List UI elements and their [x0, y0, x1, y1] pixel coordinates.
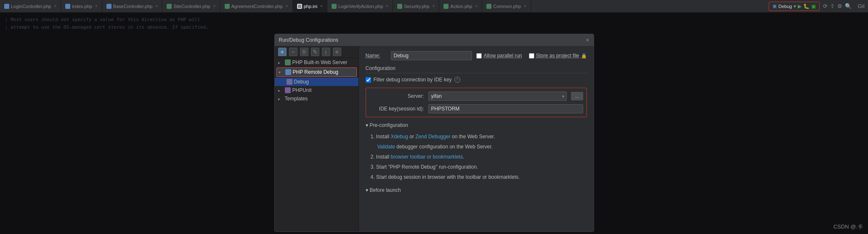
share-icon[interactable]: ⇧ [830, 3, 835, 9]
filter-debug-label[interactable]: Filter debug connection by IDE key ? [366, 77, 460, 83]
store-as-project-icon: 🔒 [581, 53, 587, 59]
debug-icon[interactable]: 🐛 [803, 3, 810, 9]
tree-item-phpunit[interactable]: ▸ PHPUnit [275, 86, 358, 94]
configuration-section-label: Configuration [366, 65, 587, 73]
tab-phpini[interactable]: php.ini × [293, 0, 327, 13]
git-label: Git [857, 3, 865, 9]
tab-action[interactable]: Action.php × [439, 0, 482, 13]
sort-config-button[interactable]: ↕ [322, 48, 330, 56]
copy-config-button[interactable]: ⎘ [300, 48, 308, 56]
debug-run-config[interactable]: ▣ Debug ▾ ▶ 🐛 ▣ [769, 2, 820, 11]
debug-dropdown-icon[interactable]: ▾ [794, 3, 796, 9]
server-ide-section: Server: yifan ▾ ... IDE key(sessio [366, 88, 587, 117]
filter-config-button[interactable]: ≡ [333, 48, 341, 56]
ide-key-row: IDE key(session id): [369, 104, 583, 113]
filter-debug-row: Filter debug connection by IDE key ? [366, 77, 587, 83]
server-extra-button[interactable]: ... [571, 92, 583, 100]
tab-close-phpini[interactable]: × [320, 4, 323, 8]
update-icon[interactable]: ⟳ [823, 3, 828, 9]
pre-config-item-4: 4. Start debug session in browser with t… [371, 172, 587, 182]
tab-basecontroller[interactable]: BaseController.php × [102, 0, 162, 13]
tab-icon-index [65, 4, 70, 9]
modal-overlay: Run/Debug Configurations × + − ⎘ ✎ ↕ ≡ [0, 13, 868, 234]
tree-item-php-builtin[interactable]: ▸ PHP Built-in Web Server [275, 58, 358, 67]
php-remote-icon [285, 69, 291, 75]
tab-loginverify[interactable]: LoginVerifyAction.php × [327, 0, 393, 13]
chevron-phpunit-icon: ▸ [278, 88, 283, 93]
tree-item-templates[interactable]: ▸ Templates [275, 94, 358, 103]
phpunit-icon [285, 87, 291, 93]
validate-link[interactable]: Validate [377, 144, 395, 150]
settings-icon[interactable]: ⚙ [837, 3, 842, 9]
php-builtin-icon [285, 59, 291, 65]
coverage-icon[interactable]: ▣ [811, 3, 816, 9]
browser-toolbar-link[interactable]: browser toolbar or bookmarklets [391, 154, 463, 160]
pre-config-item-2: 2. Install browser toolbar or bookmarkle… [371, 152, 587, 162]
tab-icon-loginverify [332, 4, 337, 9]
debug-config-label: Debug [778, 4, 792, 9]
server-label: Server: [369, 93, 424, 99]
xdebug-link[interactable]: Xdebug [391, 134, 408, 140]
server-select[interactable]: yifan [428, 91, 567, 101]
tab-security[interactable]: Security.php × [393, 0, 439, 13]
ide-key-input[interactable] [428, 104, 583, 113]
tab-icon-agreement [225, 4, 230, 9]
pre-config-item-3: 3. Start "PHP Remote Debug" run-configur… [371, 162, 587, 172]
allow-parallel-label[interactable]: Allow parallel run [476, 53, 522, 59]
store-as-project-label[interactable]: Store as project file 🔒 [529, 53, 587, 59]
tab-close-loginverify[interactable]: × [386, 4, 388, 8]
tab-close-index[interactable]: × [95, 4, 98, 8]
tree-item-debug[interactable]: Debug [275, 78, 358, 86]
tab-icon-security [397, 4, 402, 9]
run-debug-modal: Run/Debug Configurations × + − ⎘ ✎ ↕ ≡ [274, 34, 594, 232]
watermark: CSDN @.卡 [833, 223, 863, 231]
tree-label-php-builtin: PHP Built-in Web Server [292, 59, 355, 65]
config-detail-panel: Name: Allow parallel run Store as projec… [359, 46, 594, 231]
allow-parallel-checkbox[interactable] [476, 53, 482, 59]
tab-common[interactable]: Common.php × [482, 0, 531, 13]
help-icon[interactable]: ? [454, 77, 460, 83]
chevron-down-icon-remote: ▾ [279, 70, 284, 75]
remove-config-button[interactable]: − [289, 48, 297, 56]
tab-close-logincontroller[interactable]: × [54, 4, 56, 8]
filter-debug-checkbox[interactable] [366, 77, 371, 83]
ide-key-label: IDE key(session id): [369, 106, 424, 112]
tab-agreementcontroller[interactable]: AgreementController.php × [220, 0, 293, 13]
store-as-project-checkbox[interactable] [529, 53, 534, 59]
modal-title: Run/Debug Configurations [279, 37, 338, 43]
toolbar-icons: ⟳ ⇧ ⚙ 🔍 Git [823, 3, 868, 9]
tab-close-common[interactable]: × [524, 4, 526, 8]
tab-icon-logincontroller [4, 4, 9, 9]
before-launch-section[interactable]: ▾ Before launch [366, 187, 587, 193]
sidebar-toolbar: + − ⎘ ✎ ↕ ≡ [275, 46, 358, 58]
run-icon[interactable]: ▶ [798, 3, 802, 9]
tab-index[interactable]: index.php × [61, 0, 102, 13]
zend-debugger-link[interactable]: Zend Debugger [415, 134, 450, 140]
name-row: Name: Allow parallel run Store as projec… [366, 51, 587, 60]
tab-logincontroller[interactable]: LoginController.php × [0, 0, 61, 13]
pre-config-item-validate: Validate debugger configuration on the W… [371, 142, 587, 152]
tab-close-agreement[interactable]: × [286, 4, 288, 8]
tab-close-site[interactable]: × [213, 4, 216, 8]
tab-icon-site [167, 4, 172, 9]
add-config-button[interactable]: + [278, 48, 287, 56]
modal-close-button[interactable]: × [586, 37, 589, 43]
search-icon[interactable]: 🔍 [845, 3, 852, 9]
server-select-wrapper: yifan ▾ [428, 91, 567, 101]
tree-label-debug: Debug [294, 79, 355, 85]
content-area: ; Most users should not specify a value … [0, 13, 868, 234]
tree-label-templates: Templates [285, 96, 355, 102]
name-input[interactable] [391, 51, 472, 60]
tab-close-action[interactable]: × [475, 4, 478, 8]
tree-item-php-remote[interactable]: ▾ PHP Remote Debug [276, 67, 357, 77]
pre-config-toggle[interactable]: ▾ Pre-configuration [366, 122, 587, 128]
tab-sitecontroller[interactable]: SiteController.php × [162, 0, 220, 13]
tab-icon-phpini [297, 4, 302, 9]
tab-icon-base [106, 4, 111, 9]
tab-close-base[interactable]: × [155, 4, 158, 8]
tab-icon-action [443, 4, 449, 9]
tab-close-security[interactable]: × [433, 4, 435, 8]
tab-bar: LoginController.php × index.php × BaseCo… [0, 0, 868, 13]
edit-config-button[interactable]: ✎ [311, 48, 319, 56]
name-options: Allow parallel run Store as project file… [476, 53, 587, 59]
